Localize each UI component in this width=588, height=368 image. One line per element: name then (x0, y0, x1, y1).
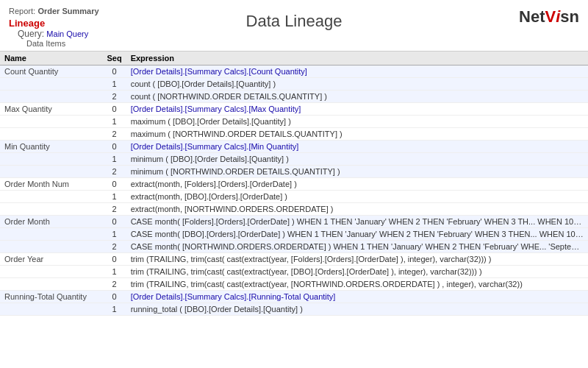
row-seq-cell: 1 (102, 303, 126, 316)
row-seq-cell: 0 (102, 141, 126, 153)
row-expr-cell: minimum ( [NORTHWIND.ORDER DETAILS.QUANT… (126, 166, 588, 178)
table-row: 2count ( [NORTHWIND.ORDER DETAILS.QUANTI… (0, 91, 588, 103)
table-row: Order Year0trim (TRAILING, trim(cast( ca… (0, 253, 588, 266)
row-seq-cell: 0 (102, 291, 126, 303)
table-row: 1CASE month( [DBO].[Orders].[OrderDate] … (0, 228, 588, 241)
row-expr-cell: extract(month, [Folders].[Orders].[Order… (126, 178, 588, 191)
row-expr-cell: trim (TRAILING, trim(cast( cast(extract(… (126, 266, 588, 278)
table-row: Order Month Num0extract(month, [Folders]… (0, 178, 588, 191)
row-seq-cell: 2 (102, 203, 126, 216)
row-expr-cell: CASE month( [Folders].[Orders].[OrderDat… (126, 216, 588, 228)
row-seq-cell: 1 (102, 153, 126, 166)
row-name-cell (0, 191, 102, 203)
row-name-cell (0, 128, 102, 141)
row-name-cell: Count Quantity (0, 66, 102, 78)
row-name-cell (0, 153, 102, 166)
row-seq-cell: 1 (102, 191, 126, 203)
row-seq-cell: 1 (102, 266, 126, 278)
row-name-cell (0, 303, 102, 316)
row-name-cell: Order Month (0, 216, 102, 228)
row-expr-cell: count ( [NORTHWIND.ORDER DETAILS.QUANTIT… (126, 91, 588, 103)
table-row: 2maximum ( [NORTHWIND.ORDER DETAILS.QUAN… (0, 128, 588, 141)
row-seq-cell: 0 (102, 103, 126, 116)
table-row: 1running_total ( [DBO].[Order Details].[… (0, 303, 588, 316)
row-seq-cell: 2 (102, 128, 126, 141)
row-expr-cell[interactable]: [Order Details].[Summary Calcs].[Max Qua… (126, 103, 588, 116)
report-title: Order Summary (37, 7, 98, 15)
row-expr-cell[interactable]: [Order Details].[Summary Calcs].[Min Qua… (126, 141, 588, 153)
row-name-cell (0, 266, 102, 278)
row-name-cell: Running-Total Quantity (0, 291, 102, 303)
table-row: 2minimum ( [NORTHWIND.ORDER DETAILS.QUAN… (0, 166, 588, 178)
table-row: Min Quantity0[Order Details].[Summary Ca… (0, 141, 588, 153)
row-expr-cell: extract(month, [NORTHWIND.ORDERS.ORDERDA… (126, 203, 588, 216)
row-name-cell (0, 91, 102, 103)
table-row: 1count ( [DBO].[Order Details].[Quantity… (0, 78, 588, 91)
row-seq-cell: 0 (102, 253, 126, 266)
row-expr-cell: CASE month( [DBO].[Orders].[OrderDate] )… (126, 228, 588, 241)
col-header-expression: Expression (126, 52, 588, 66)
report-label: Report: (9, 7, 35, 15)
row-seq-cell: 2 (102, 166, 126, 178)
table-row: 2trim (TRAILING, trim(cast( cast(extract… (0, 278, 588, 291)
row-expr-cell: CASE month( [NORTHWIND.ORDERS.ORDERDATE]… (126, 241, 588, 253)
logo: NetVisn (519, 7, 579, 26)
row-name-cell (0, 78, 102, 91)
row-expr-cell: trim (TRAILING, trim(cast( cast(extract(… (126, 278, 588, 291)
row-name-cell: Min Quantity (0, 141, 102, 153)
row-name-cell (0, 278, 102, 291)
row-expr-cell[interactable]: [Order Details].[Summary Calcs].[Count Q… (126, 66, 588, 78)
row-name-cell: Order Month Num (0, 178, 102, 191)
table-row: Max Quantity0[Order Details].[Summary Ca… (0, 103, 588, 116)
row-name-cell (0, 241, 102, 253)
table-row: 2extract(month, [NORTHWIND.ORDERS.ORDERD… (0, 203, 588, 216)
row-expr-cell: minimum ( [DBO].[Order Details].[Quantit… (126, 153, 588, 166)
row-name-cell (0, 228, 102, 241)
col-header-seq: Seq (102, 52, 126, 66)
table-row: Count Quantity0[Order Details].[Summary … (0, 66, 588, 78)
row-expr-cell[interactable]: [Order Details].[Summary Calcs].[Running… (126, 291, 588, 303)
table-row: 1maximum ( [DBO].[Order Details].[Quanti… (0, 116, 588, 128)
lineage-link[interactable]: Lineage (9, 18, 151, 29)
row-expr-cell: running_total ( [DBO].[Order Details].[Q… (126, 303, 588, 316)
table-row: 1trim (TRAILING, trim(cast( cast(extract… (0, 266, 588, 278)
row-name-cell (0, 166, 102, 178)
page-title: Data Lineage (246, 12, 343, 30)
row-seq-cell: 1 (102, 78, 126, 91)
row-seq-cell: 0 (102, 178, 126, 191)
row-expr-cell: count ( [DBO].[Order Details].[Quantity]… (126, 78, 588, 91)
table-row: Running-Total Quantity0[Order Details].[… (0, 291, 588, 303)
table-row: Order Month0CASE month( [Folders].[Order… (0, 216, 588, 228)
row-name-cell (0, 203, 102, 216)
row-seq-cell: 1 (102, 116, 126, 128)
table-row: 2CASE month( [NORTHWIND.ORDERS.ORDERDATE… (0, 241, 588, 253)
query-prefix-label: Query: (18, 29, 44, 39)
row-seq-cell: 2 (102, 91, 126, 103)
table-row: 1extract(month, [DBO].[Orders].[OrderDat… (0, 191, 588, 203)
row-name-cell: Order Year (0, 253, 102, 266)
row-name-cell: Max Quantity (0, 103, 102, 116)
row-expr-cell: extract(month, [DBO].[Orders].[OrderDate… (126, 191, 588, 203)
row-seq-cell: 1 (102, 228, 126, 241)
query-name: Main Query (46, 29, 88, 38)
data-items-label: Data Items (26, 39, 151, 48)
row-seq-cell: 0 (102, 216, 126, 228)
row-seq-cell: 2 (102, 241, 126, 253)
row-expr-cell: maximum ( [DBO].[Order Details].[Quantit… (126, 116, 588, 128)
row-name-cell (0, 116, 102, 128)
row-seq-cell: 2 (102, 278, 126, 291)
row-expr-cell: maximum ( [NORTHWIND.ORDER DETAILS.QUANT… (126, 128, 588, 141)
table-row: 1minimum ( [DBO].[Order Details].[Quanti… (0, 153, 588, 166)
row-seq-cell: 0 (102, 66, 126, 78)
row-expr-cell: trim (TRAILING, trim(cast( cast(extract(… (126, 253, 588, 266)
col-header-name: Name (0, 52, 102, 66)
